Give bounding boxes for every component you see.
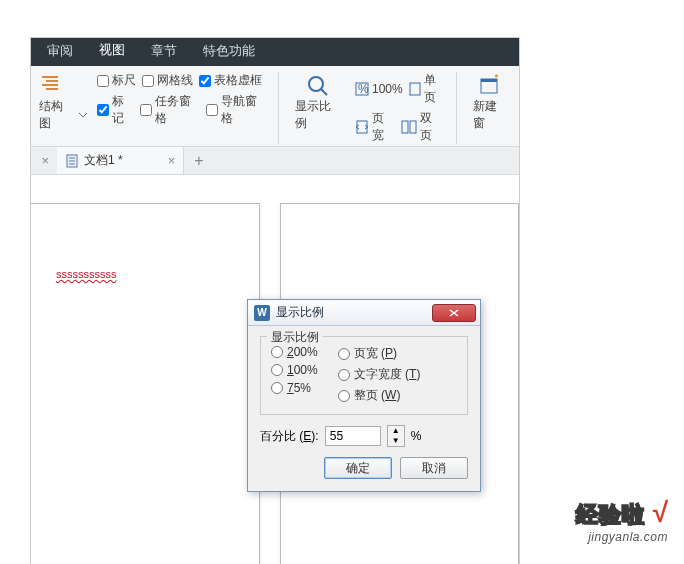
dialog-title: 显示比例: [276, 304, 426, 321]
document-tab[interactable]: ×: [35, 147, 57, 174]
dialog-buttons: 确定 取消: [260, 457, 468, 479]
double-page-button[interactable]: 双页: [401, 110, 443, 144]
svg-rect-11: [410, 121, 416, 133]
close-icon[interactable]: ×: [168, 153, 176, 168]
check-icon: √: [653, 497, 668, 528]
radio-key: 7: [287, 381, 294, 395]
checkbox-ruler-label: 标尺: [112, 72, 136, 89]
radio-col-left: 200% 100% 75%: [271, 345, 318, 404]
document-tab[interactable]: 文档1 * ×: [57, 147, 184, 174]
align-icon[interactable]: [39, 72, 61, 94]
ribbon-col-show: 标尺 网格线 表格虚框 标记 任务窗格 导航窗格: [97, 72, 266, 144]
tab-features[interactable]: 特色功能: [193, 37, 265, 67]
radio-key: P: [385, 346, 393, 360]
zoom-fieldset: 显示比例 200% 100% 75% 页宽 (P) 文字宽度 (T) 整页 (W…: [260, 336, 468, 415]
radio-wholepage[interactable]: 整页 (W): [338, 387, 421, 404]
radio-key: 2: [287, 345, 294, 359]
document-tab-label: 文档1 *: [84, 152, 123, 169]
spin-down-button[interactable]: ▼: [388, 436, 404, 446]
new-window-label: 新建窗: [473, 98, 507, 132]
radio-pagewidth[interactable]: 页宽 (P): [338, 345, 421, 362]
checkbox-gridlines-label: 网格线: [157, 72, 193, 89]
dialog-titlebar[interactable]: W 显示比例: [248, 300, 480, 326]
checkbox-navpane[interactable]: 导航窗格: [206, 93, 266, 127]
svg-text:%: %: [358, 82, 369, 96]
zoom-100-button[interactable]: % 100%: [355, 82, 403, 96]
radio-key: T: [409, 367, 416, 381]
close-icon[interactable]: ×: [41, 153, 49, 168]
spin-up-button[interactable]: ▲: [388, 426, 404, 436]
radio-200[interactable]: 200%: [271, 345, 318, 359]
magnifier-icon: [306, 74, 330, 98]
checkbox-marks[interactable]: 标记: [97, 93, 134, 127]
page-width-icon: [355, 120, 369, 134]
dialog-close-button[interactable]: [432, 304, 476, 322]
zoom-label: 显示比例: [295, 98, 341, 132]
cancel-button[interactable]: 取消: [400, 457, 468, 479]
tab-view[interactable]: 视图: [89, 36, 135, 68]
chevron-down-icon[interactable]: [79, 113, 87, 118]
radio-key: W: [385, 388, 396, 402]
watermark-brand: 经验啦: [576, 500, 645, 530]
ok-button[interactable]: 确定: [324, 457, 392, 479]
percent-spinner[interactable]: ▲ ▼: [387, 425, 405, 447]
dialog-body: 显示比例 200% 100% 75% 页宽 (P) 文字宽度 (T) 整页 (W…: [248, 326, 480, 491]
svg-rect-1: [46, 80, 58, 82]
single-page-label: 单页: [424, 72, 444, 106]
percent-suffix: %: [411, 429, 422, 443]
new-window-button[interactable]: 新建窗: [469, 72, 511, 144]
ribbon-col-zoomopts: % 100% 单页 页宽 双页: [355, 72, 444, 144]
svg-rect-3: [46, 88, 58, 90]
watermark: 经验啦 √ jingyanla.com: [576, 497, 668, 544]
double-page-icon: [401, 120, 417, 134]
zoom-100-label: 100%: [372, 82, 403, 96]
svg-point-4: [309, 77, 323, 91]
radio-label: 文字宽度: [354, 367, 402, 381]
ribbon-separator: [456, 72, 457, 144]
radio-label: 整页: [354, 388, 378, 402]
percent-input[interactable]: [325, 426, 381, 446]
svg-rect-2: [42, 84, 58, 86]
main-menubar: 审阅 视图 章节 特色功能: [31, 38, 519, 66]
radio-col-right: 页宽 (P) 文字宽度 (T) 整页 (W): [338, 345, 421, 404]
double-page-label: 双页: [420, 110, 443, 144]
radio-label: 页宽: [354, 346, 378, 360]
page[interactable]: sssssssssss: [31, 203, 260, 564]
checkbox-table-virtual[interactable]: 表格虚框: [199, 72, 262, 89]
checkbox-ruler[interactable]: 标尺: [97, 72, 136, 89]
structure-map-label[interactable]: 结构图: [39, 98, 73, 132]
checkbox-taskpane-label: 任务窗格: [155, 93, 200, 127]
radio-100[interactable]: 100%: [271, 363, 318, 377]
ribbon: 结构图 标尺 网格线 表格虚框 标记 任务窗格 导航窗格 显示比例: [31, 66, 519, 147]
document-tabs: × 文档1 * × +: [31, 147, 519, 175]
svg-rect-8: [410, 83, 420, 95]
tab-review[interactable]: 审阅: [37, 37, 83, 67]
checkbox-navpane-label: 导航窗格: [221, 93, 266, 127]
zoom-dialog: W 显示比例 显示比例 200% 100% 75% 页宽 (P) 文字宽度 (T…: [247, 299, 481, 492]
checkbox-taskpane[interactable]: 任务窗格: [140, 93, 200, 127]
checkbox-marks-label: 标记: [112, 93, 134, 127]
single-page-icon: [409, 82, 421, 96]
ribbon-col-structure: 结构图: [39, 72, 87, 144]
zoom-button[interactable]: 显示比例: [291, 72, 345, 144]
radio-textwidth[interactable]: 文字宽度 (T): [338, 366, 421, 383]
zoom-100-icon: %: [355, 82, 369, 96]
single-page-button[interactable]: 单页: [409, 72, 444, 106]
radio-key: 1: [287, 363, 294, 377]
body-text[interactable]: sssssssssss: [56, 268, 117, 280]
checkbox-gridlines[interactable]: 网格线: [142, 72, 193, 89]
percent-label: 百分比 (E):: [260, 428, 319, 445]
svg-line-5: [321, 89, 327, 95]
svg-rect-9: [357, 121, 367, 133]
new-window-icon: [478, 74, 502, 98]
doc-icon: [65, 154, 79, 168]
radio-75[interactable]: 75%: [271, 381, 318, 395]
percent-row: 百分比 (E): ▲ ▼ %: [260, 425, 468, 447]
ribbon-separator: [278, 72, 279, 144]
page-width-label: 页宽: [372, 110, 395, 144]
tab-chapter[interactable]: 章节: [141, 37, 187, 67]
fieldset-legend: 显示比例: [267, 329, 323, 346]
add-tab-button[interactable]: +: [184, 152, 213, 170]
svg-rect-0: [42, 76, 58, 78]
page-width-button[interactable]: 页宽: [355, 110, 395, 144]
